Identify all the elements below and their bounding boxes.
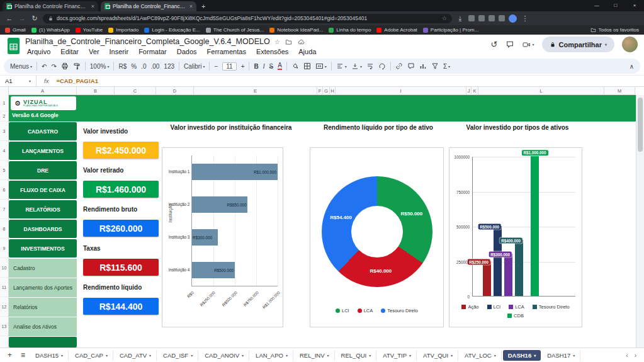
download-icon[interactable]: ⤓	[456, 14, 465, 23]
browser-menu-icon[interactable]: ⋮	[521, 14, 529, 23]
select-all-corner[interactable]	[0, 87, 9, 95]
bookmark-star-icon[interactable]: ☆	[442, 15, 447, 21]
column-header-B[interactable]: B	[77, 87, 115, 95]
menu-extensões[interactable]: Extensões	[252, 47, 293, 56]
collapse-toolbar-icon[interactable]: ∧	[630, 63, 634, 70]
font-size-input[interactable]: 11	[222, 62, 236, 71]
insert-link-icon[interactable]	[395, 62, 403, 70]
sheet-tab-cad_anoiv[interactable]: CAD_ANOIV▾	[200, 350, 249, 361]
row-header-3[interactable]: 3	[0, 122, 8, 141]
column-header-A[interactable]: A	[9, 87, 77, 95]
row-header-9[interactable]: 9	[0, 239, 8, 258]
column-header-K[interactable]: K	[472, 87, 478, 95]
column-header-G[interactable]: G	[323, 87, 330, 95]
bookmark-item[interactable]: Adobe Acrobat	[376, 27, 417, 33]
print-icon[interactable]	[61, 62, 69, 70]
sheet-tab-cad_isf[interactable]: CAD_ISF▾	[158, 350, 198, 361]
chart3-bar-ação[interactable]	[483, 261, 491, 297]
bookmark-item[interactable]: YouTube	[76, 27, 103, 33]
decrease-font-size-button[interactable]: −	[214, 63, 218, 70]
merge-cells-icon[interactable]	[315, 62, 324, 70]
sidebar-button-fluxo-de-caixa[interactable]: FLUXO DE CAIXA	[9, 181, 77, 199]
sidebar-button-investimentos[interactable]: INVESTIMENTOS	[9, 239, 77, 257]
strikethrough-button[interactable]: S	[269, 63, 274, 70]
sheet-tab-rel_qui[interactable]: REL_QUI▾	[336, 350, 377, 361]
bookmark-item[interactable]: The Church of Jesus...	[206, 27, 264, 33]
increase-font-size-button[interactable]: +	[241, 63, 245, 70]
more-formats-button[interactable]: 123	[164, 63, 174, 70]
all-sheets-menu-icon[interactable]: ≡	[17, 351, 29, 359]
move-folder-icon[interactable]	[285, 38, 292, 45]
sheet-tab-lan_apo[interactable]: LAN_APO▾	[251, 350, 293, 361]
row-header-8[interactable]: 8	[0, 219, 8, 239]
sidebar-item-analise-dos-ativos[interactable]: Analise dos Ativos	[9, 317, 77, 336]
extension-icon[interactable]	[499, 15, 505, 21]
row-header-2[interactable]: 2	[0, 111, 8, 122]
vertical-scrollbar[interactable]	[636, 95, 644, 348]
forward-icon[interactable]: →	[18, 14, 26, 22]
menu-ajuda[interactable]: Ajuda	[294, 47, 320, 56]
text-wrap-icon[interactable]	[366, 62, 374, 70]
format-percent-button[interactable]: %	[131, 63, 137, 70]
chart3-bar-cdb[interactable]	[531, 156, 539, 296]
row-header-13[interactable]: 13	[0, 317, 8, 336]
chart1-bar[interactable]: R$1.000.000	[192, 164, 278, 180]
sheet-tab-atv_loc[interactable]: ATV_LOC▾	[460, 350, 502, 361]
maximize-button[interactable]: □	[606, 0, 625, 11]
fill-color-icon[interactable]	[291, 62, 299, 70]
insert-chart-icon[interactable]	[419, 62, 427, 70]
bookmark-item[interactable]: Gmail	[5, 27, 26, 33]
sheet-tab-cad_atv[interactable]: CAD_ATV▾	[115, 350, 157, 361]
sheet-tab-dash17[interactable]: DASH17▾	[542, 350, 580, 361]
increase-decimal-button[interactable]: .00	[150, 63, 159, 70]
vertical-align-icon[interactable]	[351, 62, 359, 70]
all-bookmarks-button[interactable]: Todos os favoritos	[590, 27, 639, 33]
bookmark-item[interactable]: (1) WhatsApp	[31, 27, 70, 33]
column-header-M[interactable]: M	[604, 87, 635, 95]
cloud-status-icon[interactable]	[297, 38, 305, 45]
extension-icon[interactable]	[468, 15, 475, 21]
chart3-bar-lca[interactable]	[504, 254, 512, 296]
sidebar-button-dashboards[interactable]: DASHBOARDS	[9, 220, 77, 238]
menu-formatar[interactable]: Formatar	[134, 47, 171, 56]
sheets-app-icon[interactable]	[7, 37, 20, 55]
sidebar-button-partial[interactable]	[9, 337, 77, 348]
browser-tab-1[interactable]: Planilha de Controle Financeiro ×	[3, 1, 98, 11]
star-icon[interactable]: ☆	[274, 38, 280, 45]
back-icon[interactable]: ←	[5, 14, 14, 22]
sheet-tab-atv_qui[interactable]: ATV_QUI▾	[418, 350, 458, 361]
sidebar-button-relatórios[interactable]: RELATÓRIOS	[9, 200, 77, 218]
menu-ferramentas[interactable]: Ferramentas	[203, 47, 251, 56]
sidebar-button-lançamentos[interactable]: LANÇAMENTOS	[9, 142, 77, 160]
chevron-down-icon[interactable]: ▾	[533, 42, 534, 47]
extension-icon[interactable]	[489, 15, 495, 21]
bookmark-item[interactable]: Importado	[108, 27, 138, 33]
insert-comment-icon[interactable]	[407, 62, 415, 70]
column-header-C[interactable]: C	[115, 87, 156, 95]
meet-camera-icon[interactable]	[522, 41, 531, 48]
sidebar-item-lançamento-dos-aportes[interactable]: Lançamento dos Aportes	[9, 278, 77, 297]
horizontal-align-icon[interactable]	[336, 62, 344, 70]
chart1-bar[interactable]: R$500.000	[192, 262, 235, 278]
chart3-bar-lci[interactable]	[494, 226, 502, 296]
borders-icon[interactable]	[303, 62, 311, 70]
sheet-tab-rel_inv[interactable]: REL_INV▾	[295, 350, 335, 361]
menu-ver[interactable]: Ver	[84, 47, 104, 56]
add-sheet-button[interactable]: +	[4, 351, 16, 359]
sidebar-item-relatórios[interactable]: Relatórios	[9, 298, 77, 317]
column-header-E[interactable]: E	[194, 87, 317, 95]
row-header-1[interactable]: 1	[0, 95, 8, 111]
chart2-donut-chart[interactable]: R$50.000R$40.000R$54.400LCILCATesouro Di…	[310, 147, 444, 327]
zoom-select[interactable]: 100%▾	[90, 63, 110, 70]
sheet-tab-atv_tip[interactable]: ATV_TIP▾	[378, 350, 417, 361]
format-currency-button[interactable]: R$	[118, 63, 127, 70]
account-avatar[interactable]	[622, 37, 638, 52]
row-header-5[interactable]: 5	[0, 161, 8, 180]
row-header-12[interactable]: 12	[0, 297, 8, 317]
column-header-J[interactable]: J	[466, 87, 472, 95]
sheet-tab-cad_cap[interactable]: CAD_CAP▾	[70, 350, 113, 361]
italic-button[interactable]: I	[263, 63, 265, 70]
undo-icon[interactable]: ↶	[42, 63, 47, 70]
profile-avatar[interactable]	[509, 14, 517, 23]
bookmark-item[interactable]: Login - Educação E...	[144, 27, 200, 33]
